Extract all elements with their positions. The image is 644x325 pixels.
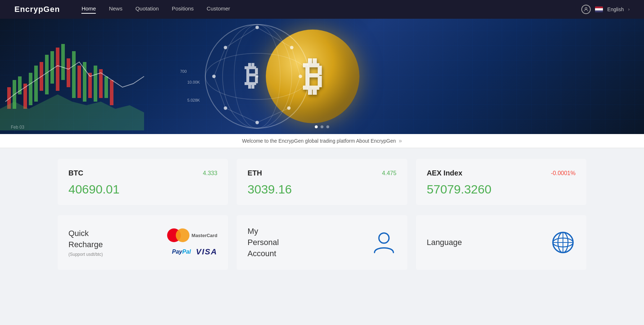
paypal-visa-row: PayPal VISA (172, 247, 217, 257)
visa-logo-text: VISA (196, 247, 217, 257)
slide-dot-3[interactable] (326, 125, 329, 128)
aex-label: AEX Index (427, 169, 462, 177)
aex-value: 57079.3260 (427, 182, 576, 196)
svg-point-48 (379, 233, 389, 243)
aex-change: -0.0001% (551, 170, 576, 177)
language-title: Language (427, 237, 462, 248)
btc-value: 40690.01 (68, 182, 217, 196)
slide-dot-2[interactable] (321, 125, 323, 128)
slide-dot-1[interactable] (315, 125, 318, 128)
brand-logo[interactable]: EncrypGen (14, 5, 60, 14)
mastercard-logo: MasterCard (167, 228, 218, 242)
ticker-chevron-icon[interactable]: » (399, 138, 402, 144)
my-account-card[interactable]: MyPersonalAccount (237, 215, 407, 270)
recharge-text-area: QuickRecharge (Support usdt/btc) (68, 228, 103, 257)
nav-home[interactable]: Home (81, 5, 96, 14)
globe-icon (550, 230, 576, 255)
paypal-logo-text: PayPal (172, 249, 191, 255)
account-title: MyPersonalAccount (247, 226, 279, 259)
btc-card-header: BTC 4.333 (68, 169, 217, 177)
btc-change: 4.333 (203, 170, 217, 177)
aex-price-card[interactable]: AEX Index -0.0001% 57079.3260 (416, 159, 586, 205)
eth-card-header: ETH 4.475 (247, 169, 396, 177)
nav-quotation[interactable]: Quotation (135, 5, 159, 14)
svg-line-40 (292, 48, 300, 76)
recharge-title: QuickRecharge (68, 228, 103, 250)
recharge-support-text: (Support usdt/btc) (68, 252, 103, 257)
eth-price-card[interactable]: ETH 4.475 3039.16 (237, 159, 407, 205)
svg-line-44 (214, 76, 225, 108)
flag-icon (595, 6, 603, 12)
main-content: BTC 4.333 40690.01 ETH 4.475 3039.16 AEX… (0, 148, 644, 281)
nav-menu: Home News Quotation Positions Customer (81, 5, 581, 14)
svg-line-39 (257, 27, 292, 48)
svg-line-41 (289, 76, 300, 108)
svg-text:₿: ₿ (245, 61, 259, 91)
eth-value: 3039.16 (247, 182, 396, 196)
btc-price-card[interactable]: BTC 4.333 40690.01 (58, 159, 228, 205)
btc-label: BTC (68, 169, 83, 177)
person-icon (371, 230, 397, 255)
language-label[interactable]: English (607, 6, 624, 12)
network-sphere: ₿ (0, 19, 579, 134)
payment-icons: MasterCard PayPal VISA (167, 228, 218, 257)
eth-label: ETH (247, 169, 262, 177)
price-cards: BTC 4.333 40690.01 ETH 4.475 3039.16 AEX… (58, 159, 586, 205)
svg-point-0 (585, 8, 587, 9)
feature-cards: QuickRecharge (Support usdt/btc) MasterC… (58, 215, 586, 270)
quick-recharge-card[interactable]: QuickRecharge (Support usdt/btc) MasterC… (58, 215, 228, 270)
user-icon[interactable] (581, 5, 591, 14)
language-card[interactable]: Language (416, 215, 586, 270)
nav-positions[interactable]: Positions (172, 5, 194, 14)
navbar-right: English › (581, 5, 630, 14)
slide-dots (315, 125, 329, 128)
aex-card-header: AEX Index -0.0001% (427, 169, 576, 177)
ticker-bar: Welcome to the EncrypGen global trading … (0, 134, 644, 148)
ticker-text: Welcome to the EncrypGen global trading … (242, 138, 396, 144)
mastercard-text: MasterCard (192, 233, 218, 238)
eth-change: 4.475 (382, 170, 397, 177)
nav-customer[interactable]: Customer (207, 5, 230, 14)
navbar: EncrypGen Home News Quotation Positions … (0, 0, 644, 19)
hero-banner: Feb 03 10.00K 5.028K 700 ₿ (0, 19, 644, 134)
lang-chevron-icon[interactable]: › (628, 7, 630, 12)
nav-news[interactable]: News (109, 5, 122, 14)
